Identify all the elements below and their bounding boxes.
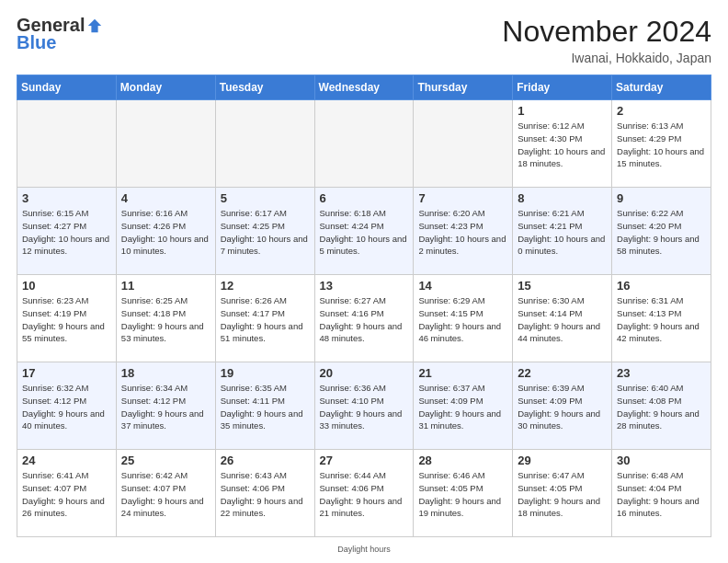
- col-saturday: Saturday: [612, 75, 711, 100]
- day-cell-1-5: [414, 100, 513, 188]
- day-info: Sunrise: 6:34 AM Sunset: 4:12 PM Dayligh…: [121, 382, 210, 432]
- day-number: 10: [22, 279, 111, 293]
- calendar-table: Sunday Monday Tuesday Wednesday Thursday…: [17, 75, 711, 537]
- day-number: 29: [518, 454, 607, 467]
- day-number: 11: [121, 279, 210, 293]
- day-cell-3-1: 10 Sunrise: 6:23 AM Sunset: 4:19 PM Dayl…: [17, 275, 117, 362]
- col-thursday: Thursday: [414, 75, 513, 100]
- day-info: Sunrise: 6:35 AM Sunset: 4:11 PM Dayligh…: [221, 382, 310, 432]
- day-cell-2-1: 3 Sunrise: 6:15 AM Sunset: 4:27 PM Dayli…: [17, 188, 117, 275]
- col-tuesday: Tuesday: [215, 75, 314, 100]
- logo-icon: [86, 17, 103, 34]
- day-cell-1-3: [215, 100, 314, 188]
- day-info: Sunrise: 6:44 AM Sunset: 4:06 PM Dayligh…: [320, 469, 409, 520]
- week-row-1: 1 Sunrise: 6:12 AM Sunset: 4:30 PM Dayli…: [17, 100, 711, 188]
- day-info: Sunrise: 6:32 AM Sunset: 4:12 PM Dayligh…: [22, 382, 111, 432]
- day-info: Sunrise: 6:23 AM Sunset: 4:19 PM Dayligh…: [22, 294, 111, 345]
- day-number: 24: [22, 454, 111, 467]
- day-cell-5-5: 28 Sunrise: 6:46 AM Sunset: 4:05 PM Dayl…: [414, 450, 513, 537]
- day-cell-1-6: 1 Sunrise: 6:12 AM Sunset: 4:30 PM Dayli…: [513, 100, 612, 188]
- day-info: Sunrise: 6:42 AM Sunset: 4:07 PM Dayligh…: [121, 469, 210, 520]
- day-number: 7: [418, 191, 507, 205]
- day-number: 23: [617, 366, 706, 380]
- day-cell-2-5: 7 Sunrise: 6:20 AM Sunset: 4:23 PM Dayli…: [414, 188, 513, 275]
- svg-marker-0: [88, 18, 101, 31]
- day-number: 14: [418, 279, 507, 293]
- day-cell-3-6: 15 Sunrise: 6:30 AM Sunset: 4:14 PM Dayl…: [513, 275, 612, 362]
- day-cell-5-7: 30 Sunrise: 6:48 AM Sunset: 4:04 PM Dayl…: [612, 450, 711, 537]
- day-cell-5-6: 29 Sunrise: 6:47 AM Sunset: 4:05 PM Dayl…: [513, 450, 612, 537]
- day-cell-4-2: 18 Sunrise: 6:34 AM Sunset: 4:12 PM Dayl…: [116, 362, 215, 450]
- logo: General Blue: [17, 15, 103, 53]
- day-number: 12: [221, 279, 310, 293]
- day-number: 1: [518, 104, 607, 118]
- day-number: 22: [518, 366, 607, 380]
- day-number: 9: [617, 191, 706, 205]
- day-cell-5-2: 25 Sunrise: 6:42 AM Sunset: 4:07 PM Dayl…: [116, 450, 215, 537]
- day-info: Sunrise: 6:39 AM Sunset: 4:09 PM Dayligh…: [518, 382, 607, 432]
- col-sunday: Sunday: [17, 75, 117, 100]
- day-cell-4-5: 21 Sunrise: 6:37 AM Sunset: 4:09 PM Dayl…: [414, 362, 513, 450]
- week-row-2: 3 Sunrise: 6:15 AM Sunset: 4:27 PM Dayli…: [17, 188, 711, 275]
- day-cell-4-6: 22 Sunrise: 6:39 AM Sunset: 4:09 PM Dayl…: [513, 362, 612, 450]
- day-number: 21: [418, 366, 507, 380]
- day-number: 17: [22, 366, 111, 380]
- day-number: 30: [617, 454, 706, 467]
- day-number: 26: [221, 454, 310, 467]
- day-number: 8: [518, 191, 607, 205]
- day-cell-4-4: 20 Sunrise: 6:36 AM Sunset: 4:10 PM Dayl…: [314, 362, 414, 450]
- day-number: 27: [320, 454, 409, 467]
- day-number: 2: [617, 104, 706, 118]
- day-info: Sunrise: 6:16 AM Sunset: 4:26 PM Dayligh…: [121, 207, 210, 258]
- week-row-4: 17 Sunrise: 6:32 AM Sunset: 4:12 PM Dayl…: [17, 362, 711, 450]
- day-info: Sunrise: 6:37 AM Sunset: 4:09 PM Dayligh…: [418, 382, 507, 432]
- day-number: 6: [320, 191, 409, 205]
- logo-blue-text: Blue: [17, 32, 56, 53]
- calendar-page: General Blue November 2024 Iwanai, Hokka…: [0, 0, 728, 563]
- day-number: 20: [320, 366, 409, 380]
- day-cell-5-1: 24 Sunrise: 6:41 AM Sunset: 4:07 PM Dayl…: [17, 450, 117, 537]
- location: Iwanai, Hokkaido, Japan: [502, 51, 711, 65]
- day-cell-3-2: 11 Sunrise: 6:25 AM Sunset: 4:18 PM Dayl…: [116, 275, 215, 362]
- day-number: 3: [22, 191, 111, 205]
- day-number: 28: [418, 454, 507, 467]
- daylight-label: Daylight hours: [17, 545, 711, 554]
- day-number: 4: [121, 191, 210, 205]
- day-info: Sunrise: 6:36 AM Sunset: 4:10 PM Dayligh…: [320, 382, 409, 432]
- day-number: 13: [320, 279, 409, 293]
- day-cell-4-7: 23 Sunrise: 6:40 AM Sunset: 4:08 PM Dayl…: [612, 362, 711, 450]
- day-info: Sunrise: 6:18 AM Sunset: 4:24 PM Dayligh…: [320, 207, 409, 258]
- day-info: Sunrise: 6:20 AM Sunset: 4:23 PM Dayligh…: [418, 207, 507, 258]
- day-info: Sunrise: 6:30 AM Sunset: 4:14 PM Dayligh…: [518, 294, 607, 345]
- day-cell-3-5: 14 Sunrise: 6:29 AM Sunset: 4:15 PM Dayl…: [414, 275, 513, 362]
- header: General Blue November 2024 Iwanai, Hokka…: [17, 15, 711, 65]
- day-cell-2-2: 4 Sunrise: 6:16 AM Sunset: 4:26 PM Dayli…: [116, 188, 215, 275]
- day-cell-1-4: [314, 100, 414, 188]
- day-cell-2-7: 9 Sunrise: 6:22 AM Sunset: 4:20 PM Dayli…: [612, 188, 711, 275]
- day-info: Sunrise: 6:12 AM Sunset: 4:30 PM Dayligh…: [518, 120, 607, 170]
- title-block: November 2024 Iwanai, Hokkaido, Japan: [502, 15, 711, 65]
- day-info: Sunrise: 6:47 AM Sunset: 4:05 PM Dayligh…: [518, 469, 607, 520]
- day-cell-4-3: 19 Sunrise: 6:35 AM Sunset: 4:11 PM Dayl…: [215, 362, 314, 450]
- day-cell-2-3: 5 Sunrise: 6:17 AM Sunset: 4:25 PM Dayli…: [215, 188, 314, 275]
- day-cell-1-7: 2 Sunrise: 6:13 AM Sunset: 4:29 PM Dayli…: [612, 100, 711, 188]
- day-cell-1-2: [116, 100, 215, 188]
- day-cell-5-4: 27 Sunrise: 6:44 AM Sunset: 4:06 PM Dayl…: [314, 450, 414, 537]
- day-cell-3-3: 12 Sunrise: 6:26 AM Sunset: 4:17 PM Dayl…: [215, 275, 314, 362]
- day-cell-3-4: 13 Sunrise: 6:27 AM Sunset: 4:16 PM Dayl…: [314, 275, 414, 362]
- day-info: Sunrise: 6:15 AM Sunset: 4:27 PM Dayligh…: [22, 207, 111, 258]
- day-cell-3-7: 16 Sunrise: 6:31 AM Sunset: 4:13 PM Dayl…: [612, 275, 711, 362]
- day-info: Sunrise: 6:48 AM Sunset: 4:04 PM Dayligh…: [617, 469, 706, 520]
- day-number: 5: [221, 191, 310, 205]
- day-cell-4-1: 17 Sunrise: 6:32 AM Sunset: 4:12 PM Dayl…: [17, 362, 117, 450]
- day-info: Sunrise: 6:22 AM Sunset: 4:20 PM Dayligh…: [617, 207, 706, 258]
- day-number: 15: [518, 279, 607, 293]
- day-number: 25: [121, 454, 210, 467]
- day-number: 18: [121, 366, 210, 380]
- week-row-3: 10 Sunrise: 6:23 AM Sunset: 4:19 PM Dayl…: [17, 275, 711, 362]
- day-info: Sunrise: 6:31 AM Sunset: 4:13 PM Dayligh…: [617, 294, 706, 345]
- day-info: Sunrise: 6:41 AM Sunset: 4:07 PM Dayligh…: [22, 469, 111, 520]
- day-info: Sunrise: 6:43 AM Sunset: 4:06 PM Dayligh…: [221, 469, 310, 520]
- week-row-5: 24 Sunrise: 6:41 AM Sunset: 4:07 PM Dayl…: [17, 450, 711, 537]
- day-cell-1-1: [17, 100, 117, 188]
